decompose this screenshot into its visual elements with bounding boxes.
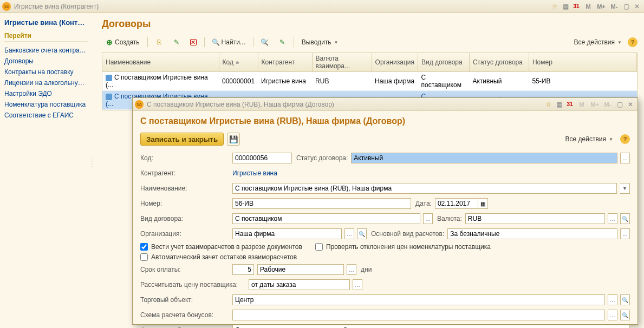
- delete-button[interactable]: ✕: [186, 36, 200, 48]
- help-button[interactable]: ?: [628, 37, 638, 47]
- name-label: Наименование:: [140, 185, 232, 192]
- calendar-icon[interactable]: 31: [565, 100, 575, 109]
- trade-obj-label: Торговый объект:: [140, 296, 232, 304]
- trade-obj-select-button[interactable]: …: [608, 294, 617, 305]
- org-input[interactable]: [232, 228, 342, 239]
- clear-filter-button[interactable]: 🔍̸: [257, 36, 272, 48]
- check-price-deviation-checkbox[interactable]: [315, 243, 323, 251]
- output-dropdown[interactable]: Выводить ▼: [298, 36, 342, 48]
- calculator-icon[interactable]: ▦: [554, 100, 564, 109]
- filter-pencil-button[interactable]: ✎: [275, 36, 290, 48]
- calc-type-label: Основной вид расчетов:: [371, 230, 444, 238]
- create-button[interactable]: ⊕ Создать: [102, 36, 144, 48]
- name-dropdown-button[interactable]: ▼: [620, 183, 630, 194]
- currency-input[interactable]: [465, 213, 605, 224]
- save-and-close-button[interactable]: Записать и закрыть: [140, 133, 224, 146]
- calculator-icon[interactable]: ▦: [561, 2, 570, 11]
- calendar-icon[interactable]: 31: [571, 2, 581, 11]
- currency-select-button[interactable]: …: [608, 213, 617, 224]
- main-window: 1c Игристые вина (Контрагент) ☆ ▦ 31 M M…: [0, 0, 644, 328]
- status-select-button[interactable]: …: [620, 153, 630, 163]
- pay-term-type-input[interactable]: [257, 264, 344, 275]
- clear-search-icon: 🔍̸: [261, 38, 269, 46]
- memory-mplus-button[interactable]: M+: [595, 2, 607, 11]
- favorite-icon[interactable]: ☆: [550, 2, 560, 11]
- sidebar-item-contracts[interactable]: Договоры: [4, 56, 88, 67]
- bonus-scheme-open-button[interactable]: 🔍: [620, 310, 630, 320]
- calc-type-input[interactable]: [447, 228, 617, 239]
- separator: [204, 37, 205, 47]
- search-icon: 🔍: [622, 216, 628, 222]
- table-row[interactable]: С поставщиком Игристые вина (... 0000000…: [102, 72, 637, 91]
- chevron-down-icon: ▼: [334, 40, 339, 45]
- code-input[interactable]: [232, 153, 292, 163]
- price-calc-select-button[interactable]: …: [353, 279, 362, 290]
- col-agent[interactable]: Контрагент: [258, 53, 312, 72]
- calendar-grid-icon: ▦: [480, 201, 485, 207]
- name-input[interactable]: [232, 183, 617, 194]
- currency-open-button[interactable]: 🔍: [620, 213, 630, 224]
- sidebar-title[interactable]: Игристые вина (Конт…: [4, 18, 88, 27]
- trade-obj-open-button[interactable]: 🔍: [620, 294, 630, 305]
- dialog-icon: 1c: [135, 100, 144, 109]
- favorite-icon[interactable]: ☆: [543, 100, 553, 109]
- col-number[interactable]: Номер: [529, 53, 636, 72]
- days-label: дни: [361, 266, 372, 273]
- all-actions-dropdown[interactable]: Все действия ▼: [570, 36, 626, 48]
- minimize-button[interactable]: ▢: [621, 2, 631, 11]
- separator: [147, 37, 148, 47]
- trade-obj-input[interactable]: [232, 294, 605, 305]
- memory-m-button[interactable]: M: [582, 2, 594, 11]
- col-name[interactable]: Наименование: [102, 53, 219, 72]
- col-code[interactable]: Код≞: [219, 53, 258, 72]
- all-actions-dropdown[interactable]: Все действия ▼: [562, 133, 617, 145]
- track-settlements-checkbox[interactable]: [140, 243, 148, 251]
- bonus-scheme-select-button[interactable]: …: [608, 310, 617, 320]
- sidebar-item-edo-settings[interactable]: Настройки ЭДО: [4, 88, 88, 99]
- org-open-button[interactable]: 🔍: [357, 228, 367, 239]
- col-org[interactable]: Организация: [372, 53, 418, 72]
- save-button[interactable]: 💾: [227, 133, 240, 146]
- auto-offset-label: Автоматический зачет остатков взаиморасч…: [151, 253, 297, 261]
- auto-offset-checkbox[interactable]: [140, 253, 148, 261]
- sidebar-item-alcohol-licenses[interactable]: Лицензии на алкогольную…: [4, 77, 88, 88]
- status-input[interactable]: [351, 153, 617, 163]
- edit-button[interactable]: ✎: [169, 36, 184, 48]
- agent-link[interactable]: Игристые вина: [232, 169, 277, 177]
- code-label: Код:: [140, 154, 232, 162]
- help-button[interactable]: ?: [620, 134, 630, 144]
- find-button[interactable]: 🔍 Найти...: [209, 36, 249, 48]
- bonus-scheme-label: Схема расчета бонусов:: [140, 311, 232, 319]
- calc-type-select-button[interactable]: …: [620, 228, 630, 239]
- search-icon: 🔍: [359, 231, 365, 237]
- col-currency[interactable]: Валюта взаимора...: [312, 53, 372, 72]
- memory-mminus-button[interactable]: M-: [608, 2, 620, 11]
- sidebar-item-bank-accounts[interactable]: Банковские счета контра…: [4, 45, 88, 56]
- sidebar-item-egais[interactable]: Соответствие с ЕГАИС: [4, 110, 88, 121]
- date-picker-button[interactable]: ▦: [478, 198, 488, 209]
- sidebar-item-supplier-nomenclature[interactable]: Номенклатура поставщика: [4, 99, 88, 110]
- col-status[interactable]: Статус договора: [469, 53, 529, 72]
- price-calc-input[interactable]: [249, 279, 350, 290]
- pay-term-input[interactable]: [232, 264, 254, 275]
- pay-term-type-select-button[interactable]: …: [347, 264, 356, 275]
- list-toolbar: ⊕ Создать ⎘ ✎ ✕ 🔍 Найти... 🔍̸ ✎ Выводить…: [102, 36, 638, 48]
- type-input[interactable]: [232, 213, 420, 224]
- close-button[interactable]: ✕: [626, 100, 635, 109]
- disk-icon: 💾: [229, 135, 238, 143]
- org-select-button[interactable]: …: [344, 228, 354, 239]
- sidebar-item-supply-contracts[interactable]: Контракты на поставку: [4, 67, 88, 77]
- copy-button[interactable]: ⎘: [152, 36, 167, 48]
- col-type[interactable]: Вид договора: [418, 53, 469, 72]
- close-button[interactable]: ✕: [632, 2, 642, 11]
- sidebar-collapse-handle[interactable]: ⋮⋮: [90, 152, 94, 173]
- comment-input[interactable]: [232, 325, 630, 328]
- memory-mplus-button[interactable]: M+: [589, 100, 601, 109]
- number-input[interactable]: [232, 198, 411, 209]
- minimize-button[interactable]: ▢: [615, 100, 625, 109]
- memory-m-button[interactable]: M: [576, 100, 588, 109]
- bonus-scheme-input[interactable]: [232, 310, 605, 320]
- date-input[interactable]: [435, 198, 478, 209]
- type-select-button[interactable]: …: [423, 213, 433, 224]
- memory-mminus-button[interactable]: M-: [602, 100, 614, 109]
